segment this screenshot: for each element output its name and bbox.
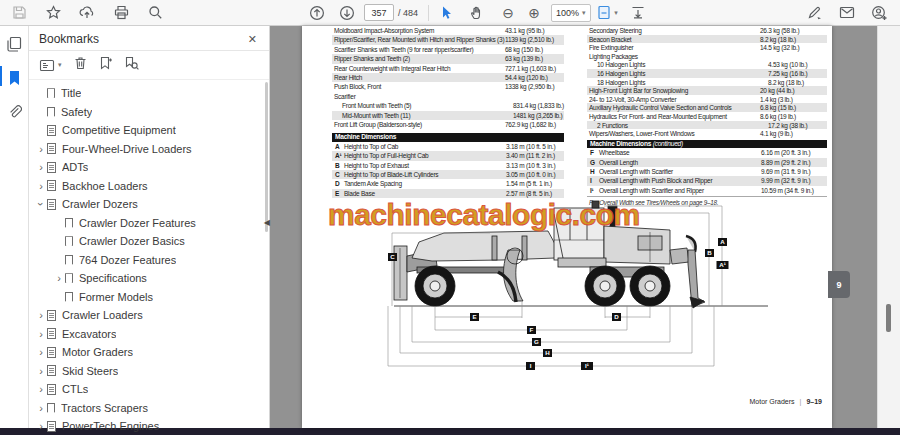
bookmark-item-tractors-scrapers[interactable]: › Tractors Scrapers bbox=[29, 399, 269, 418]
page-thumbnails-icon[interactable] bbox=[6, 36, 22, 56]
bookmark-icon bbox=[65, 218, 73, 228]
bookmark-item-ctls[interactable]: › CTLs bbox=[29, 380, 269, 399]
scrollbar-thumb[interactable] bbox=[886, 304, 891, 332]
table-row: FWheelbase6.16 m (20 ft. 3 in.) bbox=[587, 148, 827, 157]
bookmark-item-competitive-equipment[interactable]: Competitive Equipment bbox=[29, 121, 269, 140]
bookmark-item-crawler-loaders[interactable]: › Crawler Loaders bbox=[29, 306, 269, 325]
left-spec-table: Moldboard Impact-Absorption System43.1 k… bbox=[332, 26, 564, 198]
chevron-right-icon[interactable]: › bbox=[35, 161, 47, 173]
bookmark-item-backhoe-loaders[interactable]: › Backhoe Loaders bbox=[29, 177, 269, 196]
dim-label-f: F bbox=[527, 326, 536, 334]
bookmark-item-crawler-dozer-basics[interactable]: Crawler Dozer Basics bbox=[29, 232, 269, 251]
table-row: Lighting Packages bbox=[587, 52, 827, 61]
zoom-level-select[interactable]: 100% ▾ bbox=[551, 4, 591, 22]
close-icon[interactable]: ✕ bbox=[244, 33, 261, 46]
table-row: Moldboard Impact-Absorption System43.1 k… bbox=[332, 26, 564, 35]
hand-tool-icon[interactable] bbox=[465, 2, 487, 24]
bookmarks-panel: Bookmarks ✕ ▾ bbox=[29, 26, 270, 428]
svg-text:F: F bbox=[530, 326, 534, 333]
page-display-icon[interactable]: ▾ bbox=[597, 2, 619, 24]
table-row: Beacon Bracket8.2 kg (18 lb.) bbox=[587, 35, 827, 44]
dim-label-a1: A¹ bbox=[717, 261, 729, 269]
search-icon[interactable] bbox=[144, 2, 166, 24]
bookmark-item-former-models[interactable]: Former Models bbox=[29, 288, 269, 307]
svg-text:G: G bbox=[534, 338, 539, 345]
table-row: Ripper/Scarifier, Rear Mounted with Hitc… bbox=[332, 35, 564, 44]
star-icon[interactable] bbox=[42, 2, 64, 24]
fill-sign-icon[interactable] bbox=[804, 2, 826, 24]
table-row: BHeight to Top of Exhaust3.13 m (10 ft. … bbox=[332, 161, 564, 170]
bookmark-item-safety[interactable]: Safety bbox=[29, 103, 269, 122]
bookmark-item-motor-graders[interactable]: › Motor Graders bbox=[29, 343, 269, 362]
expand-bookmark-icon[interactable] bbox=[124, 56, 139, 74]
chevron-right-icon[interactable]: › bbox=[35, 402, 47, 414]
page-number-input[interactable] bbox=[364, 4, 394, 21]
chevron-right-icon[interactable]: › bbox=[35, 309, 47, 321]
bookmark-item-crawler-dozers[interactable]: › Crawler Dozers bbox=[29, 195, 269, 214]
chevron-right-icon[interactable]: › bbox=[35, 383, 47, 395]
next-page-icon[interactable] bbox=[336, 2, 358, 24]
email-icon[interactable] bbox=[836, 2, 858, 24]
dim-label-i1: I¹ bbox=[581, 362, 593, 370]
bookmark-item-764-dozer-features[interactable]: 764 Dozer Features bbox=[29, 251, 269, 270]
chevron-right-icon[interactable]: › bbox=[35, 180, 47, 192]
fit-width-icon[interactable] bbox=[627, 2, 649, 24]
table-row: Auxiliary Hydraulic Control Valve Sectio… bbox=[587, 103, 827, 112]
zoom-in-icon[interactable]: ⊕ bbox=[523, 2, 545, 24]
save-icon[interactable] bbox=[8, 2, 30, 24]
bookmark-item-crawler-dozer-features[interactable]: Crawler Dozer Features bbox=[29, 214, 269, 233]
dim-label-b: B bbox=[705, 249, 714, 257]
table-row: Front Mount with Teeth (5)831.4 kg (1,83… bbox=[332, 101, 564, 110]
page-icon bbox=[47, 347, 56, 358]
chevron-right-icon[interactable]: › bbox=[35, 365, 47, 377]
bookmarks-panel-icon[interactable] bbox=[8, 70, 21, 90]
page-icon bbox=[47, 328, 56, 339]
chevron-right-icon[interactable]: › bbox=[35, 346, 47, 358]
table-row: 24- to 12-Volt, 30-Amp Converter1.4 kg (… bbox=[587, 95, 827, 104]
page-footer: Motor Graders | 9–19 bbox=[749, 398, 822, 405]
svg-text:H: H bbox=[545, 349, 550, 356]
dim-label-h: H bbox=[543, 349, 552, 357]
print-icon[interactable] bbox=[110, 2, 132, 24]
table-row: AHeight to Top of Cab3.18 m (10 ft. 5 in… bbox=[332, 142, 564, 151]
chevron-right-icon[interactable]: › bbox=[53, 272, 65, 284]
table-row: High-Front Light Bar for Snowplowing20 k… bbox=[587, 86, 827, 95]
table-row: Rear Hitch54.4 kg (120 lb.) bbox=[332, 73, 564, 82]
bookmark-item-adts[interactable]: › ADTs bbox=[29, 158, 269, 177]
svg-text:A: A bbox=[720, 238, 725, 245]
bookmarks-toolbar: ▾ bbox=[29, 51, 269, 80]
account-icon[interactable] bbox=[868, 2, 890, 24]
page-icon bbox=[47, 143, 56, 154]
share-cloud-icon[interactable] bbox=[76, 2, 98, 24]
sidebar-icon-strip bbox=[0, 26, 29, 428]
delete-bookmark-icon[interactable] bbox=[74, 56, 87, 74]
chevron-right-icon[interactable]: › bbox=[35, 420, 47, 432]
bookmark-item-excavators[interactable]: › Excavators bbox=[29, 325, 269, 344]
attachments-icon[interactable] bbox=[7, 104, 22, 124]
zoom-out-icon[interactable]: ⊖ bbox=[497, 2, 519, 24]
bookmark-item-title[interactable]: Title bbox=[29, 84, 269, 103]
bookmark-item-specifications[interactable]: › Specifications bbox=[29, 269, 269, 288]
machine-dimensions-header: Machine Dimensions bbox=[332, 133, 564, 142]
bookmarks-scrollbar[interactable] bbox=[265, 82, 268, 232]
watermark-text: machinecatalogic.com bbox=[328, 198, 640, 232]
bookmark-item-four-wheel-drive-loaders[interactable]: › Four-Wheel-Drive Loaders bbox=[29, 140, 269, 159]
chevron-down-icon[interactable]: › bbox=[35, 198, 47, 210]
bookmark-icon bbox=[65, 292, 73, 302]
table-row: 2 Functions17.2 kg (38 lb.) bbox=[587, 121, 827, 130]
right-spec-table: Secondary Steering26.3 kg (58 lb.) Beaco… bbox=[587, 26, 827, 206]
pdf-page: Moldboard Impact-Absorption System43.1 k… bbox=[302, 26, 832, 428]
bookmark-item-powertech-engines[interactable]: › PowerTech Engines bbox=[29, 417, 269, 435]
bookmark-options-icon[interactable]: ▾ bbox=[39, 59, 62, 72]
bookmark-icon bbox=[47, 107, 55, 117]
chevron-right-icon[interactable]: › bbox=[35, 143, 47, 155]
new-bookmark-icon[interactable] bbox=[99, 56, 112, 74]
collapse-panel-icon[interactable]: ◀ bbox=[264, 218, 270, 227]
document-scrollbar[interactable] bbox=[877, 26, 900, 428]
bookmark-item-skid-steers[interactable]: › Skid Steers bbox=[29, 362, 269, 381]
select-tool-icon[interactable] bbox=[435, 2, 457, 24]
footer-page-number: 9–19 bbox=[806, 398, 822, 405]
chevron-right-icon[interactable]: › bbox=[35, 328, 47, 340]
previous-page-icon[interactable] bbox=[306, 2, 328, 24]
chevron-down-icon: ▾ bbox=[582, 9, 586, 17]
